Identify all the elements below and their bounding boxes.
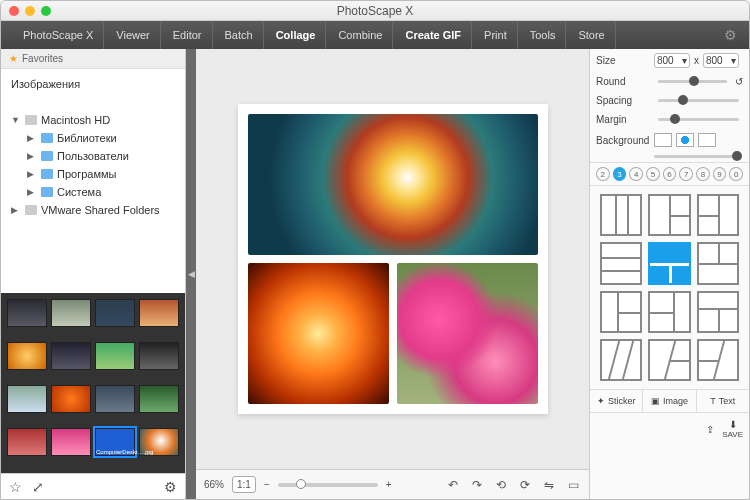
zoom-in-button[interactable]: +: [386, 479, 392, 490]
image-button[interactable]: ▣Image: [643, 390, 696, 412]
slider-handle[interactable]: [689, 76, 699, 86]
tree-item-programs[interactable]: ▶Программы: [5, 165, 181, 183]
layout-option[interactable]: [600, 194, 642, 236]
layout-option[interactable]: [697, 291, 739, 333]
margin-slider[interactable]: [658, 118, 739, 121]
tree-item-system[interactable]: ▶Система: [5, 183, 181, 201]
collage-cell-2[interactable]: [248, 263, 389, 404]
layout-option[interactable]: [697, 194, 739, 236]
page-2[interactable]: 2: [596, 167, 610, 181]
zoom-slider[interactable]: [278, 483, 378, 487]
redo-icon[interactable]: ↷: [469, 477, 485, 493]
tab-batch[interactable]: Batch: [215, 21, 264, 49]
page-0[interactable]: 0: [729, 167, 743, 181]
disclosure-down-icon[interactable]: ▼: [11, 115, 21, 125]
favorites-header[interactable]: ★ Favorites: [1, 49, 185, 69]
slider-handle[interactable]: [670, 114, 680, 124]
tab-combine[interactable]: Combine: [328, 21, 393, 49]
thumbnail[interactable]: [7, 299, 47, 327]
favorite-star-icon[interactable]: ☆: [9, 479, 22, 495]
slider-handle[interactable]: [732, 151, 742, 161]
settings-gear-icon[interactable]: ⚙: [724, 27, 737, 43]
bg-gradient-swatch[interactable]: [676, 133, 694, 147]
collage-cell-3[interactable]: [397, 263, 538, 404]
disclosure-right-icon[interactable]: ▶: [27, 187, 37, 197]
thumbnail[interactable]: [139, 342, 179, 370]
thumbnail[interactable]: [139, 299, 179, 327]
thumbnail[interactable]: [7, 385, 47, 413]
minimize-window-button[interactable]: [25, 6, 35, 16]
layout-option[interactable]: [600, 291, 642, 333]
width-input[interactable]: 800▾: [654, 53, 690, 68]
spacing-slider[interactable]: [658, 99, 739, 102]
thumbnail[interactable]: [51, 385, 91, 413]
collage-cell-1[interactable]: [248, 114, 538, 255]
layout-option[interactable]: [648, 339, 690, 381]
panel-collapse-handle[interactable]: ◀: [186, 49, 196, 499]
tab-viewer[interactable]: Viewer: [106, 21, 160, 49]
round-slider[interactable]: [658, 80, 727, 83]
text-button[interactable]: TText: [697, 390, 749, 412]
undo-icon[interactable]: ↶: [445, 477, 461, 493]
tree-vmware[interactable]: ▶ VMware Shared Folders: [5, 201, 181, 219]
zoom-window-button[interactable]: [41, 6, 51, 16]
rotate-right-icon[interactable]: ⟳: [517, 477, 533, 493]
tree-item-libraries[interactable]: ▶Библиотеки: [5, 129, 181, 147]
thumbnail[interactable]: [95, 385, 135, 413]
layout-option[interactable]: [648, 194, 690, 236]
flip-horizontal-icon[interactable]: ⇋: [541, 477, 557, 493]
thumbnail-selected[interactable]: ComputerDeskt….jpg: [95, 428, 135, 456]
page-6[interactable]: 6: [663, 167, 677, 181]
save-button[interactable]: ⬇ SAVE: [722, 419, 743, 439]
disclosure-right-icon[interactable]: ▶: [27, 133, 37, 143]
tab-creategif[interactable]: Create GIF: [395, 21, 472, 49]
page-5[interactable]: 5: [646, 167, 660, 181]
thumbnail[interactable]: [95, 342, 135, 370]
tab-store[interactable]: Store: [568, 21, 615, 49]
zoom-out-button[interactable]: −: [264, 479, 270, 490]
exit-fullscreen-icon[interactable]: ⤢: [32, 479, 44, 495]
tree-macintosh-hd[interactable]: ▼ Macintosh HD: [5, 111, 181, 129]
page-8[interactable]: 8: [696, 167, 710, 181]
rotate-left-icon[interactable]: ⟲: [493, 477, 509, 493]
slider-handle[interactable]: [678, 95, 688, 105]
page-9[interactable]: 9: [713, 167, 727, 181]
clear-icon[interactable]: ▭: [565, 477, 581, 493]
opacity-slider[interactable]: [654, 155, 739, 158]
thumbnail[interactable]: [7, 428, 47, 456]
zoom-percent[interactable]: 66%: [204, 479, 224, 490]
thumbnail[interactable]: [139, 385, 179, 413]
reset-icon[interactable]: ↺: [735, 76, 743, 87]
layout-option[interactable]: [600, 242, 642, 284]
thumbnail[interactable]: [95, 299, 135, 327]
tree-images[interactable]: Изображения: [5, 75, 181, 93]
disclosure-right-icon[interactable]: ▶: [11, 205, 21, 215]
disclosure-right-icon[interactable]: ▶: [27, 151, 37, 161]
tab-print[interactable]: Print: [474, 21, 518, 49]
tab-collage[interactable]: Collage: [266, 21, 327, 49]
thumbnail[interactable]: [51, 342, 91, 370]
layout-option[interactable]: [600, 339, 642, 381]
bg-pattern-swatch[interactable]: [698, 133, 716, 147]
thumbnail[interactable]: [7, 342, 47, 370]
zoom-slider-handle[interactable]: [296, 479, 306, 489]
bg-color-swatch[interactable]: [654, 133, 672, 147]
disclosure-right-icon[interactable]: ▶: [27, 169, 37, 179]
page-3[interactable]: 3: [613, 167, 627, 181]
layout-option[interactable]: [697, 339, 739, 381]
share-icon[interactable]: ⇪: [706, 424, 714, 435]
zoom-1to1-button[interactable]: 1:1: [232, 476, 256, 493]
tab-photoscapex[interactable]: PhotoScape X: [13, 21, 104, 49]
canvas-viewport[interactable]: [196, 49, 589, 469]
layout-option[interactable]: [697, 242, 739, 284]
thumbnail[interactable]: [51, 299, 91, 327]
tab-editor[interactable]: Editor: [163, 21, 213, 49]
collage-canvas[interactable]: [238, 104, 548, 414]
tree-item-users[interactable]: ▶Пользователи: [5, 147, 181, 165]
height-input[interactable]: 800▾: [703, 53, 739, 68]
sticker-button[interactable]: ✦Sticker: [590, 390, 643, 412]
page-7[interactable]: 7: [679, 167, 693, 181]
thumbnail[interactable]: [51, 428, 91, 456]
layout-option[interactable]: [648, 291, 690, 333]
tab-tools[interactable]: Tools: [520, 21, 567, 49]
